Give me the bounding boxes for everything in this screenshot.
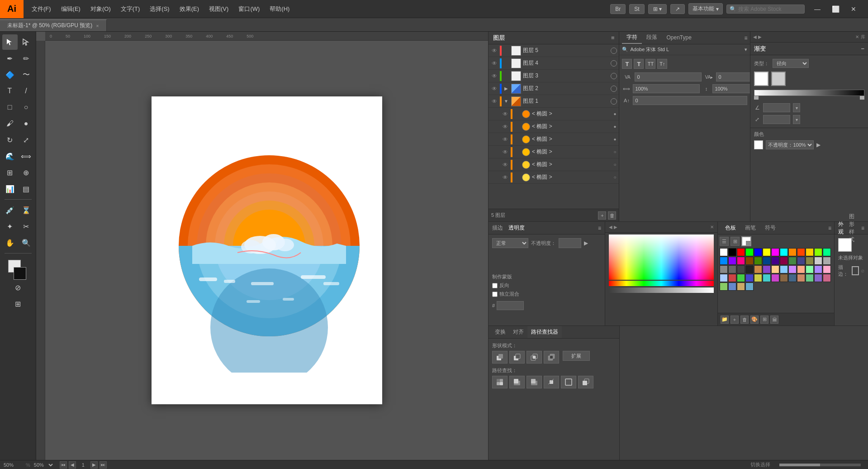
zoom-dropdown[interactable]: 50% 100%: [32, 462, 54, 468]
close-button[interactable]: ✕: [844, 0, 863, 18]
sublayer-item-3[interactable]: 👁 < 椭圆 > ●: [489, 133, 619, 146]
chart-tool[interactable]: 📊: [2, 181, 18, 196]
progress-bar[interactable]: [779, 464, 861, 466]
swatch-color-49[interactable]: [806, 274, 814, 282]
tab-character[interactable]: 字符: [622, 32, 642, 44]
layer-visibility-5[interactable]: 👁: [490, 47, 498, 55]
swatch-list-view[interactable]: ☰: [720, 237, 729, 246]
spectrum-expand[interactable]: ◀ ▶: [609, 225, 617, 230]
swatch-color-2[interactable]: [737, 248, 745, 256]
zoom-tool[interactable]: 🔍: [19, 235, 34, 250]
swatch-color-9[interactable]: [797, 248, 805, 256]
swatch-color-3[interactable]: [745, 248, 754, 256]
tab-paragraph[interactable]: 段落: [642, 32, 662, 44]
ellipse-tool[interactable]: ○: [19, 100, 34, 115]
hex-input[interactable]: [497, 301, 524, 310]
swatch-color-42[interactable]: [745, 274, 754, 282]
delete-layer-button[interactable]: 🗑: [608, 211, 616, 220]
column-chart-tool[interactable]: ▤: [19, 181, 34, 196]
transparency-chevron[interactable]: ▶: [816, 142, 821, 148]
swatch-color-38[interactable]: [823, 265, 831, 273]
swatch-color-47[interactable]: [788, 274, 797, 282]
minimize-button[interactable]: —: [808, 0, 826, 18]
prev-page-btn[interactable]: ◀: [69, 461, 76, 469]
swatch-color-14[interactable]: [728, 257, 736, 265]
tab-swatches[interactable]: 色板: [721, 222, 740, 234]
sublayer-visibility-2[interactable]: 👁: [501, 123, 509, 131]
swatch-menu-icon[interactable]: ≡: [828, 225, 831, 231]
rect-tool[interactable]: □: [2, 100, 18, 115]
isolate-checkbox[interactable]: [492, 292, 498, 297]
pen-tool[interactable]: ✒: [2, 51, 18, 66]
swatch-color-53[interactable]: [728, 282, 736, 291]
swatch-color-55[interactable]: [745, 282, 754, 291]
swatch-paint-button[interactable]: 🎨: [750, 316, 759, 324]
swatch-color-29[interactable]: [745, 265, 754, 273]
swatch-color-26[interactable]: [720, 265, 728, 273]
char-hscale-input[interactable]: [633, 84, 700, 93]
opacity-input[interactable]: 100%: [559, 238, 581, 248]
first-page-btn[interactable]: ⏮: [60, 461, 67, 469]
eyedropper-tool[interactable]: 💉: [2, 202, 18, 218]
next-page-btn[interactable]: ▶: [90, 461, 98, 469]
add-layer-button[interactable]: +: [598, 211, 606, 220]
gradient-angle-dropdown[interactable]: ▾: [793, 103, 800, 112]
swatch-color-48[interactable]: [797, 274, 805, 282]
tab-pathfinder[interactable]: 路径查找器: [527, 326, 562, 338]
maximize-button[interactable]: ⬜: [826, 0, 844, 18]
blend-tool[interactable]: ⌛: [19, 202, 34, 218]
layer-expand-1[interactable]: ▼: [503, 98, 509, 105]
swatch-color-21[interactable]: [788, 257, 797, 265]
shape-intersect-btn[interactable]: [526, 351, 542, 364]
none-color[interactable]: ⊘: [10, 280, 26, 295]
opacity-slider[interactable]: [609, 287, 714, 293]
expand-button[interactable]: 扩展: [563, 351, 590, 361]
hue-slider[interactable]: [609, 281, 714, 286]
swatch-color-18[interactable]: [763, 257, 771, 265]
swatch-color-7[interactable]: [780, 248, 788, 256]
gradient-minus-icon[interactable]: −: [861, 45, 864, 52]
gradient-type-select[interactable]: 线性 径向: [773, 59, 809, 68]
shape-minus-front-btn[interactable]: [509, 351, 525, 364]
direct-selection-tool[interactable]: [19, 34, 34, 50]
swatch-folder-button[interactable]: 📁: [721, 316, 729, 324]
swatch-color-36[interactable]: [806, 265, 814, 273]
br-button[interactable]: Br: [610, 4, 626, 14]
sublayer-item-1[interactable]: 👁 < 椭圆 > ●: [489, 108, 619, 120]
layer-expand-5[interactable]: [503, 48, 509, 54]
tab-align[interactable]: 对齐: [509, 326, 527, 338]
sublayer-visibility-3[interactable]: 👁: [501, 135, 509, 144]
scale-tool[interactable]: ⤢: [19, 132, 34, 148]
swatch-color-13[interactable]: [720, 257, 728, 265]
pf-minus-back-btn[interactable]: [578, 376, 593, 388]
document-tab[interactable]: 未标题-1* @ 50% (RGB/GPU 预览) ×: [0, 19, 107, 31]
font-dropdown-arrow[interactable]: ▾: [745, 47, 747, 53]
white-swatch[interactable]: [741, 236, 751, 246]
gradient-close-icon[interactable]: ✕: [855, 34, 859, 39]
swatch-color-17[interactable]: [754, 257, 762, 265]
artboard[interactable]: [152, 96, 382, 404]
layer-select-5[interactable]: [611, 48, 617, 54]
layer-item-1[interactable]: 👁 ▼ 图层 1: [489, 95, 619, 108]
gradient-swatch-1[interactable]: [754, 72, 768, 86]
swatch-color-1[interactable]: [728, 248, 736, 256]
rotate-tool[interactable]: ↻: [2, 132, 18, 148]
swatch-color-12[interactable]: [823, 248, 831, 256]
layer-expand-2[interactable]: ▶: [503, 86, 509, 92]
swatch-color-27[interactable]: [728, 265, 736, 273]
shape-exclude-btn[interactable]: [544, 351, 559, 364]
character-menu-icon[interactable]: ≡: [744, 35, 747, 41]
pf-trim-btn[interactable]: [509, 376, 525, 388]
tab-transform[interactable]: 变换: [491, 326, 509, 338]
sublayer-item-4[interactable]: 👁 < 椭圆 > ○: [489, 146, 619, 158]
tab-symbols[interactable]: 符号: [760, 222, 780, 234]
symbol-sprayer-tool[interactable]: ✦: [2, 219, 18, 234]
pencil-tool[interactable]: ✏: [19, 51, 34, 66]
menu-object[interactable]: 对象(O): [86, 3, 115, 15]
gradient-bar[interactable]: [754, 90, 864, 96]
brush-tool[interactable]: 🖌: [2, 116, 18, 131]
smooth-tool[interactable]: 〜: [19, 67, 34, 82]
swatch-grid-view[interactable]: ⊞: [730, 237, 740, 246]
layer-visibility-1[interactable]: 👁: [490, 97, 498, 105]
swatch-color-50[interactable]: [814, 274, 822, 282]
